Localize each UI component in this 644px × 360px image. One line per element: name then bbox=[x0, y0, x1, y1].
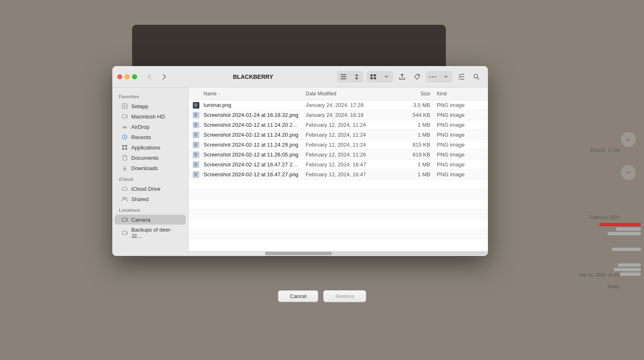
view-toggle bbox=[337, 71, 363, 83]
file-list: Name ↑ Date Modified Size Kind bbox=[189, 88, 488, 251]
traffic-lights bbox=[117, 74, 137, 79]
scrollbar-thumb[interactable] bbox=[265, 252, 332, 255]
grid-view-group bbox=[367, 71, 393, 83]
icloud-drive-icon bbox=[121, 185, 128, 192]
grid-view-button[interactable] bbox=[367, 71, 380, 83]
svg-rect-0 bbox=[341, 74, 346, 75]
timemachine-bar bbox=[616, 227, 641, 231]
backups-icon bbox=[121, 230, 128, 236]
more-chevron-button[interactable] bbox=[439, 71, 452, 83]
sidebar-item-downloads[interactable]: Downloads bbox=[115, 163, 186, 173]
svg-rect-32 bbox=[194, 153, 197, 156]
file-name: Screenshot 2024-02-12 at 11.24.29.png bbox=[200, 142, 303, 148]
toolbar-right bbox=[336, 71, 483, 83]
sidebar-item-shared[interactable]: Shared bbox=[115, 194, 186, 204]
sidebar-item-airdrop[interactable]: AirDrop bbox=[115, 122, 186, 132]
icloud-label: iCloud bbox=[112, 173, 188, 183]
file-icon bbox=[192, 122, 200, 128]
tag-button[interactable] bbox=[410, 71, 424, 83]
list-view-button[interactable] bbox=[337, 71, 350, 83]
file-name: Screenshot 2024-01-24 at 16.18.32.png bbox=[200, 112, 303, 118]
col-header-name[interactable]: Name ↑ bbox=[200, 89, 303, 98]
action-buttons: Cancel Restore bbox=[278, 290, 366, 302]
svg-point-22 bbox=[125, 197, 127, 199]
file-name: Screenshot 2024-02-12 at 11.26.05.png bbox=[200, 152, 303, 158]
empty-row bbox=[189, 180, 488, 189]
backups-label: Backups of deer-J2... bbox=[131, 227, 179, 239]
column-headers: Name ↑ Date Modified Size Kind bbox=[189, 88, 488, 100]
svg-rect-27 bbox=[194, 104, 197, 107]
file-icon bbox=[192, 171, 200, 178]
file-size: 544 KB bbox=[389, 112, 434, 118]
svg-rect-30 bbox=[194, 133, 197, 137]
table-row[interactable]: luminar.png January 24, 2024, 17:28 3.5 … bbox=[189, 100, 488, 110]
file-date: January 24, 2024, 16:18 bbox=[303, 112, 389, 118]
svg-rect-28 bbox=[194, 114, 197, 117]
more-button[interactable] bbox=[426, 71, 439, 83]
sidebar-item-macintosh-hd[interactable]: Macintosh HD bbox=[115, 111, 186, 121]
sidebar-item-camera[interactable]: Camera bbox=[115, 215, 186, 225]
file-type-icon bbox=[193, 102, 199, 109]
sort-arrow: ↑ bbox=[218, 92, 220, 96]
sort-button[interactable] bbox=[350, 71, 363, 83]
table-row[interactable]: Screenshot 2024-02-12 at 11.26.05.png Fe… bbox=[189, 150, 488, 160]
sidebar-item-applications[interactable]: Applications bbox=[115, 142, 186, 152]
file-kind: PNG image bbox=[433, 102, 488, 108]
file-type-icon bbox=[193, 112, 199, 118]
file-date: February 12, 2024, 11:24 bbox=[303, 132, 389, 138]
table-row[interactable]: Screenshot 2024-02-12 at 11.24.29.png Fe… bbox=[189, 140, 488, 150]
search-button[interactable] bbox=[470, 71, 483, 83]
sidebar-item-icloud-drive[interactable]: iCloud Drive bbox=[115, 184, 186, 194]
svg-rect-3 bbox=[370, 74, 373, 76]
timemachine-nav-down[interactable] bbox=[621, 165, 636, 180]
sidebar-item-documents[interactable]: Documents bbox=[115, 153, 186, 163]
timemachine-bar-active bbox=[599, 223, 641, 226]
back-button[interactable] bbox=[144, 71, 155, 83]
cancel-button[interactable]: Cancel bbox=[278, 290, 318, 302]
restore-button[interactable]: Restore bbox=[323, 290, 366, 302]
table-row[interactable]: Screenshot 2024-01-24 at 16.18.32.png Ja… bbox=[189, 110, 488, 120]
col-header-kind[interactable]: Kind bbox=[433, 89, 488, 98]
grid-chevron-button[interactable] bbox=[380, 71, 393, 83]
sidebar-item-setapp[interactable]: Setapp bbox=[115, 101, 186, 111]
file-date: February 12, 2024, 16:47 bbox=[303, 161, 389, 168]
sidebar: Favorites Setapp Macintosh HD bbox=[112, 88, 189, 256]
horizontal-scrollbar[interactable] bbox=[189, 251, 488, 256]
sidebar-item-recents[interactable]: Recents bbox=[115, 132, 186, 142]
minimize-button[interactable] bbox=[125, 74, 130, 79]
file-rows-container: luminar.png January 24, 2024, 17:28 3.5 … bbox=[189, 100, 488, 180]
table-row[interactable]: Screenshot 2024-02-12 at 11.24.20.png Fe… bbox=[189, 130, 488, 140]
file-size: 1 MB bbox=[389, 161, 434, 168]
col-header-date[interactable]: Date Modified bbox=[303, 89, 389, 98]
shared-icon bbox=[121, 196, 128, 202]
timemachine-sidebar: 2/15/24, 17:29 February 2024 Feb 16, 202… bbox=[561, 0, 644, 360]
table-row[interactable]: Screenshot 2024-02-12 at 11.24.20 2.png … bbox=[189, 120, 488, 130]
maximize-button[interactable] bbox=[132, 74, 137, 79]
file-date: January 24, 2024, 17:28 bbox=[303, 102, 389, 108]
forward-button[interactable] bbox=[159, 71, 170, 83]
share-button[interactable] bbox=[395, 71, 409, 83]
table-row[interactable]: Screenshot 2024-02-12 at 16.47.27 2.png … bbox=[189, 160, 488, 170]
file-name: Screenshot 2024-02-12 at 16.47.27.png bbox=[200, 171, 303, 178]
close-button[interactable] bbox=[117, 74, 122, 79]
icloud-drive-label: iCloud Drive bbox=[131, 186, 161, 192]
file-name: Screenshot 2024-02-12 at 11.24.20.png bbox=[200, 132, 303, 138]
shared-label: Shared bbox=[131, 196, 149, 202]
col-header-size[interactable]: Size bbox=[389, 89, 434, 98]
favorites-label: Favorites bbox=[112, 91, 188, 101]
file-date: February 12, 2024, 11:24 bbox=[303, 122, 389, 128]
applications-label: Applications bbox=[131, 144, 160, 151]
file-kind: PNG image bbox=[433, 171, 488, 178]
empty-row bbox=[189, 189, 488, 199]
panel-toggle-button[interactable] bbox=[455, 71, 468, 83]
svg-rect-31 bbox=[194, 143, 197, 147]
recents-label: Recents bbox=[131, 134, 151, 140]
file-size: 3.5 MB bbox=[389, 102, 434, 108]
downloads-icon bbox=[121, 165, 128, 171]
scrollbar-track bbox=[265, 252, 488, 255]
svg-rect-18 bbox=[125, 145, 127, 147]
table-row[interactable]: Screenshot 2024-02-12 at 16.47.27.png Fe… bbox=[189, 170, 488, 180]
sidebar-item-backups[interactable]: Backups of deer-J2... bbox=[115, 225, 186, 241]
more-group bbox=[426, 71, 452, 83]
timemachine-nav-up[interactable] bbox=[621, 132, 636, 147]
